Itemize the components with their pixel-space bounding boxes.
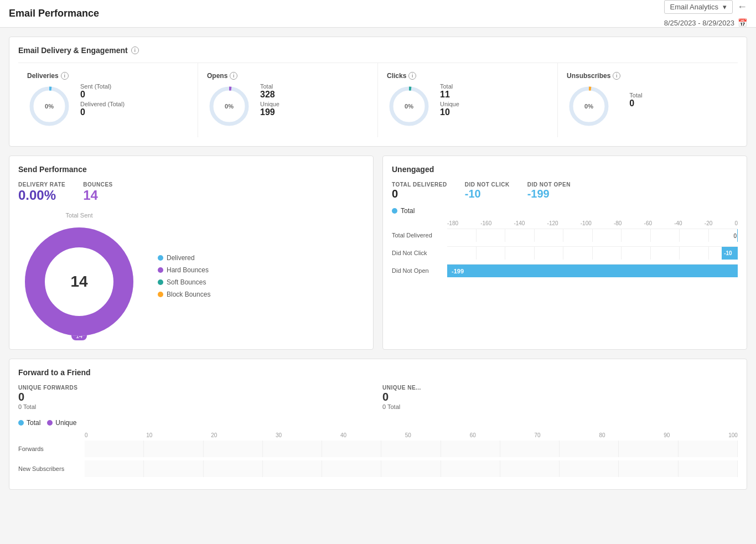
forward-stats: UNIQUE FORWARDS 0 0 Total UNIQUE NE... 0… [18, 385, 738, 410]
legend-item-0: Delivered [158, 254, 210, 262]
delivery-sub-title-0: Deliveries i [27, 72, 71, 80]
delivery-info-icon[interactable]: i [131, 46, 139, 54]
bar-legend: Total [392, 207, 738, 215]
fwd-bars: Forwards New Subscribers [18, 441, 738, 477]
bounces-stat: BOUNCES 14 [83, 182, 113, 203]
donut-legend: DeliveredHard BouncesSoft BouncesBlock B… [158, 254, 210, 298]
unengaged-bar-row-1: Did Not Click -10 [392, 246, 738, 260]
fwd-axis-labels: 0102030405060708090100 [85, 432, 738, 438]
two-col-row: Send Performance DELIVERY RATE 0.00% BOU… [9, 156, 747, 350]
total-sent-label: Total Sent [66, 212, 93, 219]
delivery-grid: Deliveries i 0% Sent (Total) 0 Delivered… [18, 63, 738, 137]
delivery-item-0: Deliveries i 0% Sent (Total) 0 Delivered… [18, 63, 198, 137]
delivery-info-1[interactable]: i [230, 72, 237, 80]
unengaged-bars: Total Delivered 0 Did Not Click -10 Di [392, 229, 738, 277]
date-range: 8/25/2023 - 8/29/2023 📅 [664, 18, 747, 27]
delivery-engagement-panel: Email Delivery & Engagement i Deliveries… [9, 37, 747, 147]
bounces-value: 14 [83, 188, 113, 203]
delivery-rate-label: DELIVERY RATE [18, 182, 65, 188]
forward-panel: Forward to a Friend UNIQUE FORWARDS 0 0 … [9, 359, 747, 490]
bar-legend-dot [392, 208, 397, 214]
delivery-item-1: Opens i 0% Total 328 Unique 199 [198, 63, 378, 137]
unengaged-bar-row-0: Total Delivered 0 [392, 229, 738, 242]
bar-axis: -180-160-140-120-100-80-60-40-200 [392, 220, 738, 226]
fwd-legend-item-0: Total [18, 419, 40, 427]
unengaged-stat-0: TOTAL DELIVERED 0 [392, 182, 447, 200]
delivery-rate-stat: DELIVERY RATE 0.00% [18, 182, 65, 203]
page-title: Email Performance [9, 8, 99, 19]
calendar-icon[interactable]: 📅 [738, 18, 747, 27]
delivery-sub-title-2: Clicks i [387, 72, 431, 80]
send-perf-stats: DELIVERY RATE 0.00% BOUNCES 14 [18, 182, 364, 203]
delivery-section-title: Email Delivery & Engagement i [18, 46, 738, 55]
unengaged-stat-2: DID NOT OPEN -199 [527, 182, 571, 200]
forward-title: Forward to a Friend [18, 368, 738, 377]
send-perf-title: Send Performance [18, 165, 364, 174]
unengaged-bar-row-2: Did Not Open -199 [392, 264, 738, 277]
unengaged-title: Unengaged [392, 165, 738, 174]
top-bar-right: Email Analytics ▾ ← 8/25/2023 - 8/29/202… [664, 0, 747, 30]
legend-item-2: Soft Bounces [158, 278, 210, 286]
unengaged-stat-1: DID NOT CLICK -10 [465, 182, 510, 200]
analytics-dropdown[interactable]: Email Analytics ▾ [664, 0, 733, 14]
legend-item-1: Hard Bounces [158, 266, 210, 274]
delivery-info-3[interactable]: i [613, 72, 620, 80]
delivery-info-0[interactable]: i [61, 72, 69, 80]
fwd-bar-row-1: New Subscribers [18, 460, 738, 477]
back-icon[interactable]: ← [737, 1, 747, 13]
main-content: Email Delivery & Engagement i Deliveries… [0, 28, 756, 499]
unengaged-bar-chart: -180-160-140-120-100-80-60-40-200 Total … [392, 220, 738, 277]
legend-item-3: Block Bounces [158, 291, 210, 298]
legend-dot-2 [158, 279, 163, 285]
delivery-item-2: Clicks i 0% Total 11 Unique 10 [378, 63, 558, 137]
unengaged-stats: TOTAL DELIVERED 0 DID NOT CLICK -10 DID … [392, 182, 738, 200]
date-range-text: 8/25/2023 - 8/29/2023 [664, 19, 734, 27]
delivery-info-2[interactable]: i [408, 72, 416, 80]
delivery-sub-title-3: Unsubscribes i [567, 72, 620, 80]
delivery-stats-0: Sent (Total) 0 Delivered (Total) 0 [80, 83, 125, 117]
forward-stat-0: UNIQUE FORWARDS 0 0 Total [18, 385, 374, 410]
fwd-legend-dot-1 [47, 420, 53, 426]
send-performance-panel: Send Performance DELIVERY RATE 0.00% BOU… [9, 156, 374, 350]
delivery-stats-3: Total 0 [629, 92, 642, 108]
chevron-down-icon: ▾ [723, 3, 727, 11]
bounces-label: BOUNCES [83, 182, 113, 188]
fwd-legend-dot-0 [18, 420, 24, 426]
top-bar-left: Email Performance [9, 8, 99, 19]
fwd-bar-row-0: Forwards [18, 441, 738, 457]
fwd-axis: 0102030405060708090100 [18, 432, 738, 438]
top-bar: Email Performance Email Analytics ▾ ← 8/… [0, 0, 756, 28]
delivery-rate-value: 0.00% [18, 188, 65, 203]
legend-dot-0 [158, 255, 163, 261]
dropdown-label: Email Analytics [670, 3, 718, 11]
legend-dot-1 [158, 267, 163, 273]
donut-center-label: 14 [70, 273, 87, 291]
delivery-item-3: Unsubscribes i 0% Total 0 [558, 63, 738, 137]
bar-legend-label: Total [401, 207, 415, 215]
forward-stat-1: UNIQUE NE... 0 0 Total [382, 385, 738, 410]
legend-dot-3 [158, 292, 163, 297]
donut-chart-area: Total Sent 14 14 DeliveredHard BouncesSo… [18, 212, 364, 340]
delivery-sub-title-1: Opens i [207, 72, 251, 80]
delivery-stats-2: Total 11 Unique 10 [440, 83, 459, 117]
unengaged-panel: Unengaged TOTAL DELIVERED 0 DID NOT CLIC… [382, 156, 747, 350]
send-donut-chart: 14 [18, 221, 140, 343]
fwd-legend: TotalUnique [18, 419, 738, 427]
fwd-legend-item-1: Unique [47, 419, 76, 427]
delivery-stats-1: Total 328 Unique 199 [260, 83, 279, 117]
